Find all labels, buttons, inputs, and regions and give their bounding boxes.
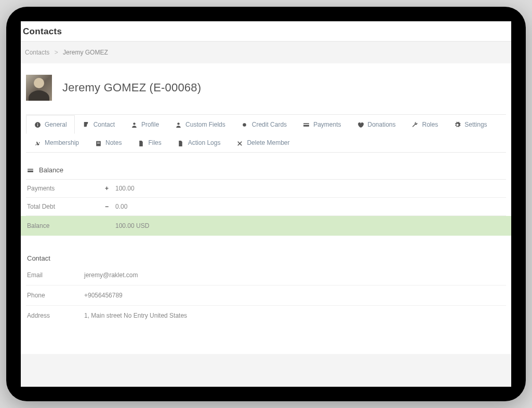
row-email: Email jeremy@raklet.com xyxy=(26,265,506,285)
svg-point-2 xyxy=(37,123,37,124)
info-icon xyxy=(34,121,41,128)
row-address: Address 1, Main street No Entry United S… xyxy=(26,306,506,325)
avatar xyxy=(26,75,52,101)
svg-point-4 xyxy=(177,123,179,125)
shuffle-icon xyxy=(34,139,41,146)
contact-header: Jeremy GOMEZ (E-00068) xyxy=(26,75,506,114)
phone-value: +9056456789 xyxy=(84,292,123,299)
device-frame: Contacts Contacts > Jeremy GOMEZ Jeremy … xyxy=(6,7,526,401)
gear-icon xyxy=(454,121,461,128)
user-icon xyxy=(175,121,182,128)
svg-rect-7 xyxy=(303,124,309,125)
tab-label: General xyxy=(45,121,67,128)
tab-files[interactable]: Files xyxy=(129,133,169,152)
tab-label: Files xyxy=(148,139,161,146)
tab-membership[interactable]: Membership xyxy=(26,133,87,152)
contact-title: Jeremy GOMEZ (E-00068) xyxy=(62,81,201,94)
address-value: 1, Main street No Entry United States xyxy=(84,312,187,319)
card-icon xyxy=(27,166,34,174)
page-title: Contacts xyxy=(23,26,509,37)
page-header: Contacts xyxy=(21,21,511,42)
tab-roles[interactable]: Roles xyxy=(404,115,446,134)
tab-label: Delete Member xyxy=(247,139,289,146)
phone-label: Phone xyxy=(27,292,84,299)
svg-rect-9 xyxy=(97,142,99,142)
minus-icon: − xyxy=(105,203,115,210)
tab-label: Profile xyxy=(141,121,159,128)
tab-label: Contact xyxy=(94,121,115,128)
card-icon xyxy=(302,121,310,128)
tab-delete-member[interactable]: Delete Member xyxy=(228,133,297,152)
tab-action-logs[interactable]: Action Logs xyxy=(169,133,229,152)
debt-label: Total Debt xyxy=(27,203,105,210)
tab-label: Roles xyxy=(422,121,438,128)
tab-label: Notes xyxy=(105,139,122,146)
user-icon xyxy=(130,121,138,128)
breadcrumb-separator: > xyxy=(55,49,58,56)
breadcrumb-current: Jeremy GOMEZ xyxy=(63,49,108,56)
svg-rect-10 xyxy=(97,143,99,144)
balance-section: Balance Payments + 100.00 Total Debt − 0… xyxy=(26,161,506,236)
screen: Contacts Contacts > Jeremy GOMEZ Jeremy … xyxy=(21,21,511,387)
phone-icon xyxy=(83,121,90,128)
contact-card: Jeremy GOMEZ (E-00068) General Contact xyxy=(21,63,511,354)
balance-value: 100.00 USD xyxy=(115,222,149,229)
row-total-debt: Total Debt − 0.00 xyxy=(26,198,506,216)
balance-label: Balance xyxy=(27,222,105,229)
tab-credit-cards[interactable]: Credit Cards xyxy=(233,115,295,134)
tab-custom-fields[interactable]: Custom Fields xyxy=(167,115,233,134)
tab-label: Payments xyxy=(313,121,341,128)
content-wrap: Contacts > Jeremy GOMEZ Jeremy GOMEZ (E-… xyxy=(21,42,511,386)
close-icon xyxy=(236,139,243,146)
tab-general[interactable]: General xyxy=(26,115,75,134)
svg-point-3 xyxy=(133,123,135,125)
row-payments: Payments + 100.00 xyxy=(26,180,506,198)
debt-value: 0.00 xyxy=(115,203,127,210)
breadcrumb: Contacts > Jeremy GOMEZ xyxy=(21,42,511,63)
balance-heading: Balance xyxy=(26,161,506,180)
row-phone: Phone +9056456789 xyxy=(26,285,506,306)
contact-heading: Contact xyxy=(26,244,506,265)
wrench-icon xyxy=(411,121,419,128)
payments-value: 100.00 xyxy=(115,185,135,192)
plus-icon: + xyxy=(105,185,115,192)
file-icon xyxy=(137,139,144,146)
tab-label: Settings xyxy=(464,121,487,128)
tab-notes[interactable]: Notes xyxy=(87,133,129,152)
svg-rect-12 xyxy=(28,170,33,171)
tab-contact[interactable]: Contact xyxy=(75,115,123,134)
breadcrumb-root[interactable]: Contacts xyxy=(25,49,49,56)
address-label: Address xyxy=(27,312,84,319)
email-label: Email xyxy=(27,271,84,279)
contact-info-section: Contact Email jeremy@raklet.com Phone +9… xyxy=(26,244,506,325)
row-balance: Balance 100.00 USD xyxy=(21,216,511,236)
balance-heading-text: Balance xyxy=(39,166,63,174)
svg-rect-1 xyxy=(37,125,37,127)
tab-payments[interactable]: Payments xyxy=(295,115,349,134)
note-icon xyxy=(95,139,102,146)
tab-label: Membership xyxy=(45,139,79,146)
tab-label: Donations xyxy=(367,121,395,128)
tab-profile[interactable]: Profile xyxy=(123,115,167,134)
email-value: jeremy@raklet.com xyxy=(84,271,138,279)
tab-label: Custom Fields xyxy=(185,121,225,128)
circle-icon xyxy=(241,121,248,128)
file-icon xyxy=(177,139,184,146)
tab-label: Credit Cards xyxy=(252,121,287,128)
tab-donations[interactable]: Donations xyxy=(349,115,403,134)
payments-label: Payments xyxy=(27,185,105,192)
tabs-bar: General Contact Profile xyxy=(26,114,506,153)
tab-label: Action Logs xyxy=(188,139,221,146)
contact-heading-text: Contact xyxy=(27,254,50,262)
tab-settings[interactable]: Settings xyxy=(446,115,495,134)
heart-icon xyxy=(356,121,364,128)
svg-point-5 xyxy=(243,124,247,127)
